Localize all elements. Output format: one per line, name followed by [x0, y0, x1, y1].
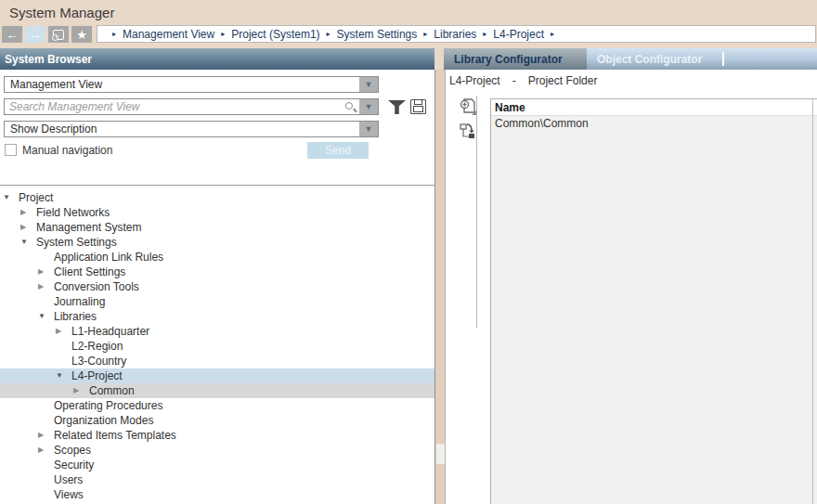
- tree-item-l4-project[interactable]: ▼L4-Project: [0, 368, 434, 383]
- tree-item-security[interactable]: Security: [0, 458, 434, 472]
- tree-item-label: Common: [89, 383, 135, 398]
- configurator-tab-strip: Library Configurator Object Configurator: [444, 48, 817, 70]
- chevron-down-icon[interactable]: ▼: [359, 122, 378, 136]
- view-dropdown[interactable]: Management View ▼: [4, 76, 379, 93]
- tree-item-system-settings[interactable]: ▼System Settings: [0, 235, 434, 250]
- tab-library-configurator[interactable]: Library Configurator: [444, 48, 587, 70]
- breadcrumb: ▸Management View▸Project (System1)▸Syste…: [97, 25, 816, 43]
- search-options-chevron-icon[interactable]: ▼: [359, 99, 378, 114]
- description-dropdown[interactable]: Show Description ▼: [4, 121, 379, 137]
- system-browser-title: System Browser: [5, 53, 92, 66]
- tree-item-journaling[interactable]: Journaling: [0, 294, 434, 309]
- back-button[interactable]: ←: [2, 26, 22, 43]
- subtitle-dash: -: [512, 74, 516, 87]
- forward-arrow-icon: →: [30, 28, 42, 42]
- tree-item-client-settings[interactable]: ▶Client Settings: [0, 265, 434, 279]
- tree-item-related-items-templates[interactable]: ▶Related Items Templates: [0, 428, 434, 443]
- save-icon[interactable]: [410, 99, 426, 114]
- collapse-icon[interactable]: ▼: [38, 309, 51, 324]
- tree-item-label: Journaling: [54, 294, 105, 309]
- collapse-icon[interactable]: ▼: [3, 190, 16, 205]
- expand-icon[interactable]: ▶: [38, 279, 51, 294]
- favorites-button[interactable]: ★: [71, 26, 92, 43]
- tree-item-views[interactable]: Views: [0, 487, 434, 502]
- breadcrumb-item-management-view[interactable]: Management View: [123, 28, 214, 41]
- tree-item-operating-procedures[interactable]: Operating Procedures: [0, 398, 434, 413]
- send-button-label: Send: [325, 144, 351, 157]
- tree-item-users[interactable]: Users: [0, 472, 434, 487]
- expand-icon[interactable]: ▶: [73, 383, 86, 398]
- tree-item-label: Management System: [36, 220, 141, 235]
- collapse-icon[interactable]: ▼: [20, 235, 33, 250]
- new-object-icon: [460, 97, 478, 116]
- send-button[interactable]: Send: [307, 142, 369, 159]
- tab-object-configurator[interactable]: Object Configurator: [587, 48, 722, 70]
- tree-item-application-link-rules[interactable]: Application Link Rules: [0, 250, 434, 265]
- table-body: Common\Common: [491, 116, 817, 504]
- window-title: System Manager: [9, 5, 114, 20]
- table-row[interactable]: Common\Common: [491, 116, 817, 132]
- expand-icon[interactable]: ▶: [38, 265, 51, 279]
- expand-icon[interactable]: ▶: [38, 428, 51, 443]
- system-manager-window: System Manager ← → ★ ▸Management View▸Pr…: [0, 0, 817, 504]
- tree-item-label: Users: [54, 472, 83, 487]
- tree-item-project[interactable]: ▼Project: [0, 190, 434, 205]
- view-dropdown-value: Management View: [10, 77, 102, 92]
- tree-item-label: L2-Region: [71, 339, 123, 354]
- history-button[interactable]: [48, 26, 69, 43]
- tree-item-label: Client Settings: [54, 265, 125, 279]
- search-icon: [345, 102, 353, 110]
- object-type: Project Folder: [528, 74, 598, 87]
- insert-object-button[interactable]: [459, 122, 477, 140]
- tree-item-label: Views: [54, 487, 84, 502]
- search-box: ▼: [4, 98, 379, 115]
- breadcrumb-separator-icon: ▸: [327, 30, 331, 38]
- expand-icon[interactable]: ▶: [56, 324, 69, 339]
- tree-item-label: Conversion Tools: [54, 279, 139, 294]
- chevron-down-icon[interactable]: ▼: [359, 77, 378, 92]
- breadcrumb-item-project-system1[interactable]: Project (System1): [231, 28, 319, 41]
- breadcrumb-separator-icon: ▸: [112, 30, 116, 38]
- tree-item-scopes[interactable]: ▶Scopes: [0, 443, 434, 458]
- object-name: L4-Project: [449, 74, 500, 87]
- table-header[interactable]: Name: [491, 99, 817, 116]
- expand-icon[interactable]: ▶: [20, 220, 33, 235]
- tree-item-l3-country[interactable]: L3-Country: [0, 354, 434, 368]
- breadcrumb-item-l4-project[interactable]: L4-Project: [493, 28, 544, 41]
- insert-object-structure-icon: [459, 122, 477, 140]
- breadcrumb-item-libraries[interactable]: Libraries: [434, 28, 476, 41]
- panel-splitter[interactable]: [435, 70, 445, 504]
- tree-item-label: Application Link Rules: [54, 250, 163, 265]
- tree-item-conversion-tools[interactable]: ▶Conversion Tools: [0, 279, 434, 294]
- tree-item-label: Organization Modes: [54, 413, 153, 428]
- manual-navigation-checkbox[interactable]: [5, 144, 17, 156]
- tree-item-label: Security: [54, 458, 94, 472]
- new-object-button[interactable]: [460, 97, 478, 116]
- tree-item-l2-region[interactable]: L2-Region: [0, 339, 434, 354]
- table-column-divider[interactable]: [812, 98, 813, 504]
- tree-item-organization-modes[interactable]: Organization Modes: [0, 413, 434, 428]
- tree-item-field-networks[interactable]: ▶Field Networks: [0, 205, 434, 220]
- tree-item-management-system[interactable]: ▶Management System: [0, 220, 434, 235]
- forward-button[interactable]: →: [25, 26, 45, 43]
- tree-item-common[interactable]: ▶Common: [0, 383, 434, 398]
- manual-navigation-label: Manual navigation: [22, 144, 112, 157]
- expand-icon[interactable]: ▶: [38, 443, 51, 458]
- system-tree: ▼Project▶Field Networks▶Management Syste…: [0, 186, 434, 504]
- back-arrow-icon: ←: [6, 28, 19, 42]
- expand-icon[interactable]: ▶: [20, 205, 33, 220]
- splitter-patch: [436, 444, 445, 464]
- tree-item-label: L3-Country: [71, 354, 126, 368]
- tree-item-l1-headquarter[interactable]: ▶L1-Headquarter: [0, 324, 434, 339]
- tab-separator: [722, 52, 724, 66]
- column-header-name: Name: [495, 101, 525, 114]
- history-icon: [53, 30, 64, 40]
- breadcrumb-item-system-settings[interactable]: System Settings: [337, 28, 418, 41]
- tree-item-libraries[interactable]: ▼Libraries: [0, 309, 434, 324]
- search-input[interactable]: [9, 99, 334, 114]
- toolbar-divider: [476, 96, 477, 328]
- description-dropdown-value: Show Description: [10, 122, 97, 136]
- collapse-icon[interactable]: ▼: [56, 368, 69, 383]
- tree-item-label: L4-Project: [71, 368, 123, 383]
- tree-item-label: System Settings: [36, 235, 117, 250]
